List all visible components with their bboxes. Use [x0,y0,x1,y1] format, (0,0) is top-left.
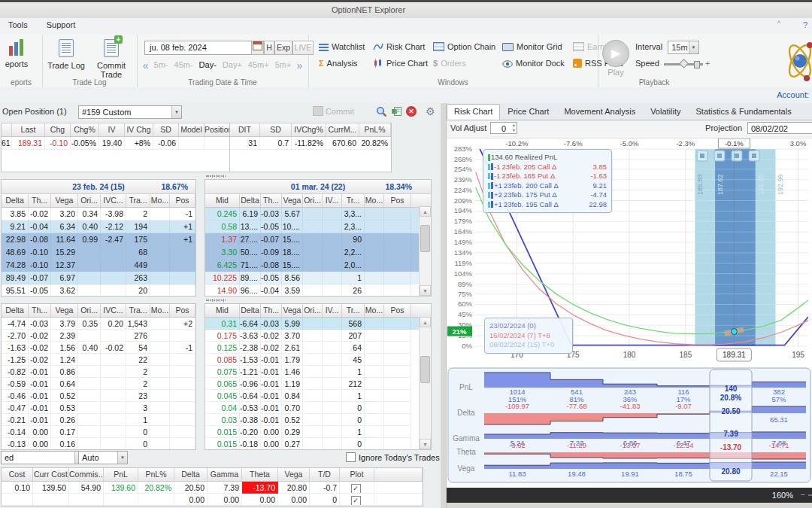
nav-Day+[interactable]: Day+ [220,59,245,70]
column-header[interactable]: Plot [340,468,374,481]
menu-support[interactable]: Support [38,18,84,32]
projection-date-input[interactable]: 08/02/202 [747,122,812,134]
column-header[interactable]: Th... [261,304,282,317]
column-header[interactable]: Model [179,123,205,136]
nav-5m-[interactable]: 5m- [151,59,171,70]
panel-splitter[interactable] [441,103,446,508]
column-header[interactable]: Mid [205,304,240,317]
column-header[interactable] [2,123,12,136]
column-header[interactable]: Vega [51,304,78,317]
column-header[interactable] [374,468,423,481]
commit-button[interactable]: Commit [313,106,354,116]
column-header[interactable]: Vega [282,304,303,317]
column-header[interactable]: Ori... [303,304,323,317]
column-header[interactable]: Th... [29,194,51,207]
table-row[interactable]: 0.125-2.38-0.022.6164 [205,342,431,354]
table-row[interactable]: 0.085-1.53-0.011.7945 [205,354,431,366]
table-row[interactable]: -1.63-0.021.560.40-0.0254-1 [2,342,195,354]
column-header[interactable]: Mid [205,194,240,207]
table-row[interactable]: 0.31-6.64-0.035.99568 [205,318,431,330]
zoom-slider[interactable] [808,494,812,496]
column-header[interactable]: IV [99,123,125,136]
export-grid-icon[interactable] [391,106,402,118]
column-header[interactable]: Delta [174,468,208,481]
nav-45m+[interactable]: 45m+ [245,59,272,70]
column-header[interactable]: Mo... [365,194,384,207]
window-watchlist[interactable]: Watchlist [319,40,365,53]
table-row[interactable]: -0.21-0.010.261 [2,414,195,426]
column-header[interactable]: Cost [2,468,33,481]
window-risk-chart[interactable]: Risk Chart [373,40,425,53]
table-row[interactable]: 74.28-0.1012.37449 [2,259,195,272]
tab-price-chart[interactable]: Price Chart [500,104,556,120]
column-header[interactable]: T/D [310,468,340,481]
zoom-out-icon[interactable]: − [801,490,805,499]
column-header[interactable]: Tra... [126,304,150,317]
exp-button[interactable]: Exp [274,41,292,55]
column-header[interactable]: Th... [29,304,51,317]
column-header[interactable]: PnL% [138,468,174,481]
window-analysis[interactable]: ΣAnalysis [319,56,358,70]
column-header[interactable]: Vega [282,194,303,207]
column-header[interactable]: Delta [2,304,29,317]
column-header[interactable]: Pos [384,304,411,317]
tab-statistics-fundamentals[interactable]: Statistics & Fundamentals [689,104,799,120]
window-price-chart[interactable]: Price Chart [373,56,428,70]
table-row[interactable]: -0.82-0.010.862 [2,366,195,378]
column-header[interactable]: Delta [240,304,261,317]
column-header[interactable]: Tr... [342,194,365,207]
table-row[interactable]: -0.46-0.010.5223 [2,390,195,402]
table-row[interactable]: 0.03-0.38-0.010.520 [205,414,431,426]
strategy-select[interactable]: #159 Custom▼ [78,105,182,119]
window-titlebar[interactable]: OptionNET Explorer [0,0,812,18]
window-monitor-grid[interactable]: Monitor Grid [502,40,562,53]
table-row[interactable]: 95.51-0.053.6220 [2,284,195,297]
table-row[interactable]: 61189.31-0.10-0.05%19.40+8%-0.06 [2,137,232,150]
nav-Day-[interactable]: Day- [196,59,220,70]
next-day-icon[interactable]: » [296,59,302,71]
column-header[interactable]: IV Chg [125,123,153,136]
reports-button[interactable]: eports [0,39,41,68]
table-row[interactable]: -0.140.000.170 [2,426,195,438]
column-header[interactable]: CurrM... [326,123,359,136]
help-icon[interactable]: ? [803,20,807,29]
column-header[interactable]: Vega [278,468,310,481]
column-header[interactable]: IVC... [101,194,126,207]
table-row[interactable]: -0.130.000.160 [2,438,195,450]
table-row[interactable]: 10.22589....-0.058.561 [205,272,431,284]
ribbon-collapse-icon[interactable]: ^ [777,20,780,27]
column-header[interactable]: DIT [230,123,260,136]
column-header[interactable]: Pos [170,304,195,317]
column-header[interactable]: Mo... [150,304,170,317]
table-row[interactable]: 9.21-0.046.340.40-2.12194+1 [2,221,195,233]
table-row[interactable]: 6.42571....-0.0815....2,0... [205,259,431,272]
column-header[interactable]: Chg [45,123,71,136]
column-header[interactable]: Position [205,123,232,136]
column-header[interactable]: Chg% [71,123,99,136]
table-row[interactable]: 0.2456.19-0.035.673,3... [205,208,431,221]
column-header[interactable]: Curr Cost [33,468,69,481]
table-row[interactable]: 0.045-0.64-0.010.841 [205,390,431,402]
plot-checkbox[interactable]: ✓ [351,496,361,506]
speed-slider[interactable] [664,63,703,65]
column-header[interactable]: IV... [323,304,342,317]
tab-volatility[interactable]: Volatility [643,104,688,120]
window-option-chain[interactable]: Option Chain [433,40,495,53]
zoom-icon[interactable] [376,106,387,119]
window-orders[interactable]: $Orders [433,56,466,70]
table-row[interactable]: 0.175-3.63-0.023.70207 [205,330,431,342]
column-header[interactable]: Mo... [365,304,384,317]
column-header[interactable]: Ori... [78,194,101,207]
table-row[interactable]: -2.70-0.022.39276 [2,330,195,342]
column-header[interactable]: Last [12,123,45,136]
leg-filter-select[interactable]: ed▼ [1,451,85,464]
column-header[interactable]: Delta [2,194,29,207]
table-row[interactable]: 0.10139.5054.90139.6020.82%20.507.39-13.… [2,482,423,494]
tab-movement-analysis[interactable]: Movement Analysis [556,104,643,120]
column-header[interactable]: IVC... [101,304,126,317]
trade-log-button[interactable]: Trade Log [42,39,90,70]
ignore-trades-checkbox[interactable]: Ignore Today's Trades [346,452,440,462]
column-header[interactable]: Th... [261,194,282,207]
table-row[interactable]: -1.25-0.021.2422 [2,354,195,366]
nav-45m-[interactable]: 45m- [171,59,196,70]
